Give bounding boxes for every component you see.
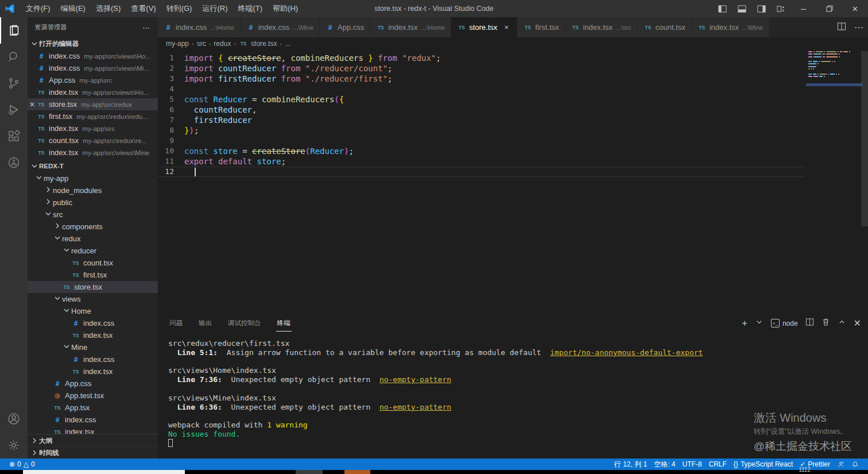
tree-item[interactable]: TSindex.tsx	[28, 365, 158, 377]
kill-terminal-icon[interactable]	[822, 318, 830, 329]
eol-status[interactable]: CRLF	[706, 460, 730, 468]
tree-item[interactable]: Mine	[28, 341, 158, 353]
search-icon[interactable]	[0, 44, 28, 70]
menu-编辑[interactable]: 编辑(E)	[56, 0, 91, 17]
encoding-status[interactable]: UTF-8	[679, 460, 706, 468]
restore-button[interactable]	[816, 0, 842, 17]
menu-终端[interactable]: 终端(T)	[232, 0, 268, 17]
open-editor-row[interactable]: #App.cssmy-app\src	[28, 74, 158, 86]
terminal-link[interactable]: no-empty-pattern	[379, 375, 451, 384]
editor-tab-index.tsx[interactable]: TSindex.tsx...\src	[565, 17, 638, 37]
breadcrumb-item[interactable]: store.tsx	[251, 40, 277, 48]
close-panel-icon[interactable]: ✕	[854, 318, 861, 329]
breadcrumb-item[interactable]: ...	[285, 40, 290, 48]
panel-tab-debug-console[interactable]: 调试控制台	[227, 315, 262, 331]
tree-item[interactable]: TSstore.tsx	[28, 281, 158, 293]
menu-运行[interactable]: 运行(R)	[197, 0, 232, 17]
editor-tab-store.tsx[interactable]: TSstore.tsx×	[451, 17, 517, 37]
new-terminal-icon[interactable]: +	[742, 318, 747, 329]
problems-status[interactable]: ⊗ 0 △ 0	[6, 458, 38, 470]
toggle-panel-icon[interactable]	[732, 0, 751, 17]
settings-gear-icon[interactable]	[0, 432, 28, 458]
toggle-secondary-sidebar-icon[interactable]	[751, 0, 771, 17]
open-editor-row[interactable]: ✕TSstore.tsxmy-app\src\redux	[28, 98, 158, 110]
explorer-icon[interactable]	[0, 17, 28, 44]
open-editors-section[interactable]: 打开的编辑器	[28, 37, 158, 50]
minimap[interactable]	[808, 51, 860, 81]
tree-item[interactable]: TSApp.tsx	[28, 402, 158, 414]
editor-tab-index.css[interactable]: #index.css...\Mine	[241, 17, 320, 37]
tree-item[interactable]: TSindex.tsx	[28, 329, 158, 341]
open-editor-row[interactable]: TSindex.tsxmy-app\src\views\Ho...	[28, 86, 158, 98]
open-editor-row[interactable]: #index.cssmy-app\src\views\Ho...	[28, 50, 158, 62]
tree-root-section[interactable]: REDX-T	[28, 160, 158, 172]
editor-tab-App.css[interactable]: #App.css	[320, 17, 370, 37]
open-editor-row[interactable]: TScount.tsxmy-app\src\redux\re...	[28, 134, 158, 147]
tree-item[interactable]: TScount.tsx	[28, 257, 158, 269]
notifications-bell-icon[interactable]	[848, 461, 862, 468]
feedback-icon[interactable]	[834, 461, 848, 468]
terminal-output[interactable]: src\redux\reducer\first.tsx Line 5:1: As…	[158, 333, 868, 458]
toggle-sidebar-icon[interactable]	[712, 0, 732, 17]
tree-item[interactable]: my-app	[28, 172, 158, 184]
outline-section[interactable]: 大纲	[28, 434, 158, 446]
terminal-link[interactable]: import/no-anonymous-default-export	[550, 348, 703, 357]
tree-item[interactable]: Home	[28, 305, 158, 317]
editor-scrollbar[interactable]	[861, 51, 868, 226]
open-editor-row[interactable]: #index.cssmy-app\src\views\Mi...	[28, 62, 158, 74]
indentation-status[interactable]: 空格: 4	[650, 460, 679, 469]
tree-item[interactable]: public	[28, 196, 158, 209]
tab-close-icon[interactable]: ×	[502, 23, 511, 32]
panel-tab-problems[interactable]: 问题	[168, 315, 184, 331]
tree-item[interactable]: #index.css	[28, 353, 158, 365]
menu-帮助[interactable]: 帮助(H)	[268, 0, 303, 17]
breadcrumb-item[interactable]: redux	[214, 40, 231, 48]
tree-item[interactable]: TSfirst.tsx	[28, 269, 158, 281]
cursor-position-status[interactable]: 行 12, 列 1	[611, 460, 650, 469]
menu-查看[interactable]: 查看(V)	[126, 0, 161, 17]
customize-layout-icon[interactable]	[771, 0, 790, 17]
terminal-link[interactable]: no-empty-pattern	[379, 403, 451, 411]
run-debug-icon[interactable]	[0, 97, 28, 123]
breadcrumb-item[interactable]: my-app	[166, 40, 189, 48]
open-editor-row[interactable]: TSfirst.tsxmy-app\src\redux\redu...	[28, 110, 158, 122]
menu-文件[interactable]: 文件(F)	[21, 0, 56, 17]
explorer-more-actions-icon[interactable]: ⋯	[142, 23, 151, 32]
extension-circle-icon[interactable]	[0, 149, 28, 176]
open-editor-row[interactable]: TSindex.tsxmy-app\src	[28, 122, 158, 134]
breadcrumb-item[interactable]: src	[197, 40, 206, 48]
menu-转到[interactable]: 转到(G)	[161, 0, 197, 17]
account-icon[interactable]	[0, 406, 28, 432]
editor-tab-index.tsx[interactable]: TSindex.tsx...\Home	[370, 17, 451, 37]
panel-tab-terminal[interactable]: 终端	[276, 315, 292, 332]
open-editor-row[interactable]: TSindex.tsxmy-app\src\views\Mine	[28, 147, 158, 159]
split-editor-icon[interactable]	[837, 22, 846, 33]
code-editor[interactable]: 1import { createStore, combineReducers }…	[158, 50, 868, 313]
language-mode-status[interactable]: {} TypeScript React	[730, 460, 796, 468]
editor-more-actions-icon[interactable]: ⋯	[854, 22, 863, 33]
editor-tab-index.css[interactable]: #index.css...\Home	[158, 17, 241, 37]
tree-item[interactable]: #index.css	[28, 317, 158, 329]
tree-item[interactable]: reducer	[28, 245, 158, 257]
tree-item[interactable]: #index.css	[28, 414, 158, 426]
close-editor-icon[interactable]: ✕	[28, 101, 37, 109]
extensions-icon[interactable]	[0, 123, 28, 149]
tree-item[interactable]: components	[28, 221, 158, 233]
minimize-button[interactable]: ─	[790, 0, 816, 17]
tree-item[interactable]: #App.css	[28, 377, 158, 390]
tree-item[interactable]: ◎App.test.tsx	[28, 390, 158, 402]
editor-tab-first.tsx[interactable]: TSfirst.tsx	[517, 17, 565, 37]
close-window-button[interactable]: ✕	[842, 0, 868, 17]
timeline-section[interactable]: 时间线	[28, 446, 158, 458]
menu-选择[interactable]: 选择(S)	[91, 0, 126, 17]
panel-tab-output[interactable]: 输出	[197, 315, 213, 331]
tree-item[interactable]: TSindex.tsx	[28, 426, 158, 434]
tree-item[interactable]: views	[28, 293, 158, 305]
tree-item[interactable]: node_modules	[28, 184, 158, 196]
source-control-icon[interactable]	[0, 70, 28, 97]
tree-item[interactable]: redux	[28, 233, 158, 245]
terminal-dropdown-icon[interactable]	[755, 318, 764, 329]
editor-tab-count.tsx[interactable]: TScount.tsx	[638, 17, 692, 37]
terminal-instance-node[interactable]: >_ node	[771, 319, 798, 327]
maximize-panel-icon[interactable]	[838, 318, 846, 329]
